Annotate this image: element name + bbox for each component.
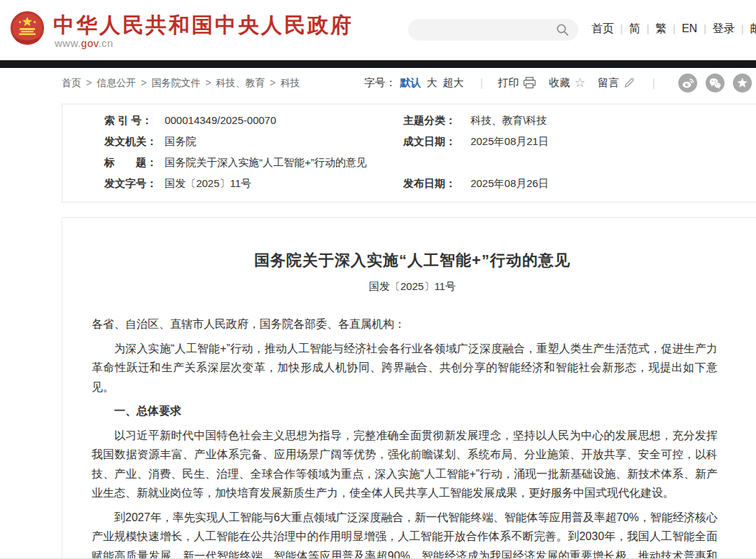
page-toolbar: 字号： 默认 大 超大 ｜ 打印 收藏 ☆ 留言 ｜	[364, 73, 752, 92]
search-icon[interactable]	[556, 23, 569, 36]
breadcrumb-item-docs[interactable]: 国务院文件	[151, 77, 200, 88]
printer-icon	[523, 76, 536, 89]
document-metadata: 索 引 号： 000014349/2025-00070 发文机关： 国务院 标 …	[62, 104, 756, 202]
document-body: 各省、自治区、直辖市人民政府，国务院各部委、各直属机构： 为深入实施“人工智能+…	[92, 315, 718, 559]
header-dark-bar	[0, 60, 756, 68]
breadcrumb-separator: >	[141, 77, 146, 88]
nav-separator: |	[741, 23, 744, 34]
nav-separator: |	[704, 23, 706, 34]
nav-simplified[interactable]: 简	[629, 22, 640, 34]
site-url-prefix: www.	[55, 37, 81, 49]
meta-subject-category: 主题分类： 科技、教育\科技	[403, 114, 547, 127]
meta-index-number: 索 引 号： 000014349/2025-00070	[104, 114, 276, 127]
breadcrumb-item-home[interactable]: 首页	[62, 77, 81, 88]
meta-publish-date: 发布日期： 2025年08月26日	[403, 177, 549, 191]
comment-button[interactable]: 留言	[598, 76, 636, 90]
nav-mailbox[interactable]: 邮箱	[750, 22, 756, 34]
meta-label: 标 题：	[104, 156, 162, 170]
pencil-icon	[623, 76, 636, 89]
breadcrumb-separator: >	[86, 77, 92, 88]
favorite-button[interactable]: 收藏 ☆	[549, 76, 585, 90]
meta-written-date: 成文日期： 2025年08月21日	[403, 135, 549, 149]
meta-value: 国发〔2025〕11号	[164, 177, 251, 189]
favorite-label: 收藏	[549, 76, 570, 90]
toolbar-separator: ｜	[476, 76, 486, 90]
meta-value: 2025年08月26日	[470, 177, 549, 189]
font-size-default[interactable]: 默认	[400, 76, 421, 90]
breadcrumb: 首页>信息公开>国务院文件>科技、教育>科技	[62, 77, 300, 90]
meta-value: 2025年08月21日	[470, 135, 549, 147]
font-size-large[interactable]: 大	[426, 76, 437, 90]
document-number: 国发〔2025〕11号	[62, 280, 756, 294]
meta-value: 科技、教育\科技	[470, 114, 547, 126]
site-header: 中华人民共和国中央人民政府 www.gov.cn 首页|简|繁|EN|登录|邮箱	[0, 0, 756, 60]
paragraph-intro: 为深入实施“人工智能+”行动，推动人工智能与经济社会各行业各领域广泛深度融合，重…	[92, 339, 718, 397]
meta-title: 标 题： 国务院关于深入实施“人工智能+”行动的意见	[104, 156, 367, 170]
breadcrumb-separator: >	[270, 77, 276, 88]
comment-label: 留言	[598, 76, 619, 90]
nav-separator: |	[620, 23, 623, 34]
meta-label: 索 引 号：	[104, 114, 162, 127]
share-buttons	[670, 74, 752, 92]
search-box	[408, 19, 578, 41]
meta-label: 发布日期：	[403, 177, 468, 191]
meta-value: 国务院关于深入实施“人工智能+”行动的意见	[164, 156, 367, 168]
wechat-icon[interactable]	[706, 74, 724, 92]
meta-document-number: 发文字号： 国发〔2025〕11号	[104, 177, 251, 191]
meta-value: 国务院	[164, 135, 196, 147]
breadcrumb-item-category[interactable]: 科技、教育	[216, 77, 265, 88]
site-url-gov: gov	[81, 37, 99, 49]
nav-home[interactable]: 首页	[592, 22, 614, 34]
nav-separator: |	[647, 23, 650, 34]
breadcrumb-item-current: 科技	[281, 77, 300, 88]
nav-separator: |	[673, 23, 676, 34]
search-input[interactable]	[419, 19, 545, 41]
document-title: 国务院关于深入实施“人工智能+”行动的意见	[90, 250, 734, 271]
font-size-label: 字号：	[364, 76, 396, 90]
national-emblem-icon	[9, 11, 46, 47]
document-content: 国务院关于深入实施“人工智能+”行动的意见 国发〔2025〕11号 各省、自治区…	[62, 217, 756, 559]
meta-label: 主题分类：	[403, 114, 468, 127]
breadcrumb-item-info[interactable]: 信息公开	[97, 77, 136, 88]
nav-english[interactable]: EN	[682, 22, 697, 34]
weibo-icon[interactable]	[678, 74, 697, 92]
top-nav: 首页|简|繁|EN|登录|邮箱	[592, 22, 756, 36]
paragraph-goals: 到2027年，率先实现人工智能与6大重点领域广泛深度融合，新一代智能终端、智能体…	[92, 508, 718, 559]
paragraph-salutation: 各省、自治区、直辖市人民政府，国务院各部委、各直属机构：	[92, 315, 718, 334]
section-heading-overall-requirements: 一、总体要求	[92, 401, 718, 421]
print-button[interactable]: 打印	[498, 76, 536, 90]
qzone-icon[interactable]	[733, 74, 752, 92]
meta-label: 成文日期：	[403, 135, 468, 149]
site-url-suffix: .cn	[98, 37, 113, 49]
paragraph-guiding-ideology: 以习近平新时代中国特色社会主义思想为指导，完整准确全面贯彻新发展理念，坚持以人民…	[92, 426, 718, 503]
star-icon: ☆	[574, 76, 585, 89]
nav-traditional[interactable]: 繁	[655, 22, 666, 34]
meta-issuing-agency: 发文机关： 国务院	[104, 135, 196, 149]
print-label: 打印	[498, 76, 519, 90]
meta-label: 发文字号：	[104, 177, 162, 191]
font-size-xlarge[interactable]: 超大	[442, 76, 463, 90]
site-title: 中华人民共和国中央人民政府	[53, 11, 354, 40]
nav-login[interactable]: 登录	[713, 22, 735, 34]
meta-value: 000014349/2025-00070	[164, 114, 276, 126]
meta-label: 发文机关：	[104, 135, 162, 149]
site-url: www.gov.cn	[55, 37, 113, 49]
breadcrumb-separator: >	[205, 77, 211, 88]
toolbar-separator: ｜	[648, 76, 659, 90]
